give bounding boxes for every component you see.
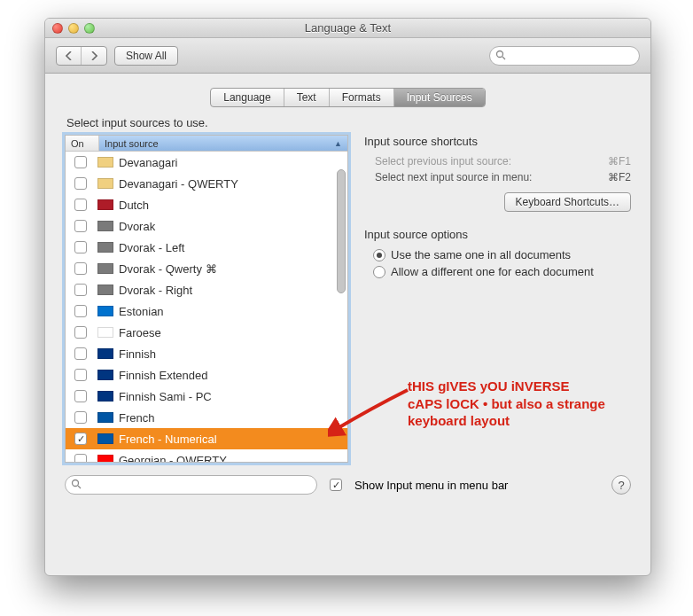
show-all-button[interactable]: Show All — [114, 46, 178, 66]
checkbox[interactable] — [74, 411, 87, 424]
flag-icon — [97, 263, 113, 274]
list-body[interactable]: DevanagariDevanagari - QWERTYDutchDvorak… — [66, 152, 347, 462]
list-item[interactable]: Dutch — [66, 194, 347, 215]
option-same-label: Use the same one in all documents — [391, 248, 571, 261]
checkbox[interactable] — [74, 220, 87, 232]
tab-text[interactable]: Text — [284, 89, 330, 106]
list-item[interactable]: Devanagari - QWERTY — [66, 173, 347, 194]
titlebar: Language & Text — [45, 19, 650, 38]
content: Language Text Formats Input Sources Sele… — [45, 74, 650, 507]
search-icon — [71, 479, 82, 492]
zoom-icon[interactable] — [84, 23, 95, 34]
keyboard-shortcuts-button[interactable]: Keyboard Shortcuts… — [504, 192, 631, 212]
next-shortcut-key: ⌘F2 — [608, 171, 631, 183]
flag-icon — [97, 327, 113, 338]
list-item[interactable]: Devanagari — [66, 152, 347, 173]
flag-icon — [97, 221, 113, 231]
list-item[interactable]: Dvorak - Left — [66, 237, 347, 258]
forward-button[interactable] — [82, 47, 106, 65]
col-on-header[interactable]: On — [66, 136, 99, 151]
flag-icon — [97, 412, 113, 423]
list-item-label: Dvorak - Right — [119, 284, 342, 297]
prompt-label: Select input sources to use. — [66, 116, 631, 129]
checkbox[interactable] — [74, 241, 87, 253]
list-item-label: Finnish Extended — [119, 369, 342, 382]
filter-input[interactable] — [65, 475, 317, 495]
flag-icon — [97, 433, 113, 444]
checkbox[interactable] — [74, 156, 87, 168]
radio-same[interactable] — [373, 249, 385, 261]
prev-shortcut-key: ⌘F1 — [608, 155, 631, 168]
flag-icon — [97, 348, 113, 359]
list-item[interactable]: French — [66, 407, 347, 428]
search-icon — [495, 50, 506, 63]
prev-shortcut-row: Select previous input source: ⌘F1 — [364, 153, 631, 169]
list-item-label: Georgian - QWERTY — [119, 454, 342, 463]
checkbox[interactable] — [74, 326, 87, 339]
tab-language[interactable]: Language — [211, 89, 284, 106]
window-title: Language & Text — [45, 21, 650, 35]
input-source-list: On Input source ▲ DevanagariDevanagari -… — [65, 135, 348, 463]
list-item-label: Dvorak — [119, 220, 342, 233]
checkbox[interactable] — [74, 199, 87, 211]
list-item-label: Dvorak - Qwerty ⌘ — [119, 262, 342, 276]
list-item[interactable]: Estonian — [66, 300, 347, 322]
checkbox[interactable] — [74, 390, 87, 402]
checkbox[interactable]: ✓ — [74, 433, 87, 445]
list-item[interactable]: Finnish — [66, 343, 347, 364]
flag-icon — [97, 455, 113, 462]
list-item[interactable]: Dvorak — [66, 215, 347, 237]
annotation-line: tHIS gIVES yOU iNVERSE — [408, 378, 629, 395]
tab-group: Language Text Formats Input Sources — [210, 88, 485, 107]
flag-icon — [97, 199, 113, 210]
back-button[interactable] — [57, 47, 82, 65]
col-src-label: Input source — [105, 138, 159, 149]
checkbox[interactable] — [74, 262, 87, 275]
col-src-header[interactable]: Input source ▲ — [99, 136, 347, 151]
help-button[interactable]: ? — [611, 475, 631, 495]
checkbox[interactable] — [74, 347, 87, 360]
list-header: On Input source ▲ — [66, 136, 347, 152]
svg-point-0 — [497, 51, 503, 57]
close-icon[interactable] — [52, 23, 63, 34]
tab-bar: Language Text Formats Input Sources — [65, 88, 631, 107]
list-item-label: Faroese — [119, 326, 342, 339]
list-item[interactable]: ✓French - Numerical — [66, 428, 347, 449]
sort-indicator-icon: ▲ — [334, 139, 342, 148]
checkbox[interactable] — [74, 177, 87, 190]
option-same-row[interactable]: Use the same one in all documents — [364, 246, 631, 263]
shortcuts-title: Input source shortcuts — [364, 135, 631, 148]
list-item-label: Finnish — [119, 347, 342, 361]
scrollbar-thumb[interactable] — [337, 169, 346, 293]
svg-line-3 — [78, 486, 81, 488]
preferences-window: Language & Text Show All Language Text F… — [44, 18, 651, 576]
prev-shortcut-label: Select previous input source: — [375, 155, 511, 168]
search-input[interactable] — [489, 46, 640, 66]
checkbox[interactable] — [74, 454, 87, 462]
list-item[interactable]: Faroese — [66, 322, 347, 343]
list-item-label: Finnish Sami - PC — [119, 390, 342, 403]
checkbox[interactable] — [74, 369, 87, 381]
option-diff-label: Allow a different one for each document — [391, 265, 594, 278]
show-menu-label: Show Input menu in menu bar — [354, 479, 508, 492]
list-item[interactable]: Finnish Sami - PC — [66, 386, 347, 407]
option-diff-row[interactable]: Allow a different one for each document — [364, 263, 631, 280]
show-menu-checkbox[interactable]: ✓ — [330, 479, 342, 491]
radio-diff[interactable] — [373, 266, 385, 278]
next-shortcut-label: Select next input source in menu: — [375, 171, 532, 183]
tab-formats[interactable]: Formats — [330, 89, 394, 106]
nav-segment — [56, 46, 107, 66]
checkbox[interactable] — [74, 284, 87, 296]
minimize-icon[interactable] — [68, 23, 79, 34]
list-item[interactable]: Finnish Extended — [66, 364, 347, 386]
list-item-label: Dvorak - Left — [119, 241, 342, 254]
flag-icon — [97, 285, 113, 295]
svg-line-1 — [502, 57, 505, 59]
checkbox[interactable] — [74, 305, 87, 317]
tab-input-sources[interactable]: Input Sources — [394, 89, 485, 106]
list-item[interactable]: Dvorak - Right — [66, 279, 347, 300]
toolbar-search — [489, 46, 640, 66]
list-item[interactable]: Georgian - QWERTY — [66, 449, 347, 462]
toolbar: Show All — [45, 38, 650, 74]
list-item[interactable]: Dvorak - Qwerty ⌘ — [66, 258, 347, 279]
